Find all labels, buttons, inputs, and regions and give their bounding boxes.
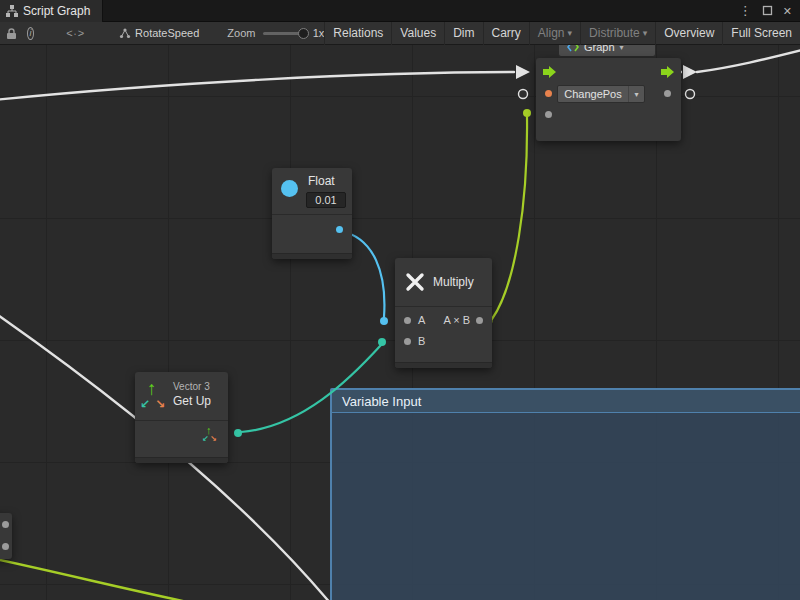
fullscreen-label: Full Screen [731, 26, 792, 40]
unity-script-graph-window: Script Graph ⋮ ✕ i <∙> [0, 0, 800, 600]
value-ring-right[interactable] [686, 90, 695, 99]
graph-canvas[interactable]: Variable Input [0, 45, 800, 600]
wire-flow-out [697, 49, 800, 72]
arrow-down-right-icon: ↘ [155, 397, 165, 411]
window-controls: ⋮ ✕ [739, 0, 800, 22]
values-button[interactable]: Values [391, 22, 444, 45]
chevron-down-icon: ▾ [643, 28, 648, 38]
node-footer [272, 253, 352, 259]
node-float[interactable]: Float [272, 168, 352, 259]
output-label: A × B [443, 314, 470, 326]
distribute-label: Distribute [589, 26, 640, 40]
kebab-menu-icon[interactable]: ⋮ [739, 0, 752, 22]
float-title: Float [308, 174, 335, 188]
chevron-down-icon: ▾ [620, 45, 624, 52]
vector3-icon: ↑ ↙ ↘ [140, 380, 170, 418]
relations-button[interactable]: Relations [324, 22, 391, 45]
maximize-icon[interactable] [762, 5, 773, 16]
vector3-output-port[interactable]: ↑ ↙ ↘ [202, 425, 219, 445]
offscreen-port-bottom[interactable] [2, 543, 9, 550]
tab-label: Script Graph [23, 4, 90, 18]
float-value-field[interactable] [306, 192, 346, 208]
overview-button[interactable]: Overview [655, 22, 722, 45]
multiply-output-port[interactable] [476, 317, 483, 324]
wire-multiply-to-setvar [492, 117, 527, 319]
arrow-down-left-icon: ↙ [202, 434, 209, 443]
carry-label: Carry [492, 26, 521, 40]
zoom-label: Zoom [227, 27, 255, 39]
breadcrumb-label: Graph [584, 45, 615, 53]
zoom-slider-handle[interactable] [298, 28, 309, 39]
multiply-input-b-port[interactable] [404, 338, 411, 345]
chevron-down-icon: ▾ [628, 86, 644, 102]
distribute-button[interactable]: Distribute ▾ [580, 22, 655, 45]
toolbar-buttons: Relations Values Dim Carry Align ▾ Distr… [324, 22, 800, 45]
offscreen-node[interactable] [0, 513, 12, 559]
node-set-variable[interactable]: ChangePos ▾ [536, 58, 681, 141]
info-icon[interactable]: i [27, 27, 34, 40]
flow-input-arrow-icon[interactable] [542, 65, 557, 79]
align-button[interactable]: Align ▾ [529, 22, 580, 45]
chevron-down-icon: ▾ [568, 28, 573, 38]
wire-endpoint-float [380, 317, 388, 325]
zoom-value: 1x [313, 27, 325, 39]
graph-reference[interactable]: RotateSpeed [119, 27, 199, 39]
variable-select[interactable]: ChangePos ▾ [557, 85, 645, 103]
new-value-port[interactable] [545, 111, 552, 118]
zoom-slider[interactable] [263, 32, 306, 35]
toolbar: i <∙> RotateSpeed Zoom 1x Relations Valu… [0, 22, 800, 45]
align-label: Align [538, 26, 565, 40]
value-output-port[interactable] [664, 90, 671, 97]
vector3-type-label: Vector 3 [173, 381, 210, 392]
carry-button[interactable]: Carry [483, 22, 529, 45]
node-get-up[interactable]: ↑ ↙ ↘ Vector 3 Get Up ↑ ↙ ↘ [135, 372, 228, 463]
multiply-title: Multiply [433, 275, 474, 289]
multiply-input-a-port[interactable] [404, 317, 411, 324]
input-b-label: B [418, 335, 425, 347]
variable-input-port[interactable] [545, 90, 552, 97]
script-graph-tab-icon [6, 5, 18, 17]
wire-bottom-left [0, 559, 212, 600]
wire-flow-in [0, 72, 514, 100]
relations-label: Relations [333, 26, 383, 40]
titlebar: Script Graph ⋮ ✕ [0, 0, 800, 22]
float-output-port[interactable] [336, 226, 343, 233]
overview-label: Overview [664, 26, 714, 40]
tab-script-graph[interactable]: Script Graph [0, 0, 103, 22]
flow-output-arrow-icon[interactable] [660, 65, 675, 79]
float-type-icon [281, 180, 298, 197]
wire-endpoint-vector [378, 338, 386, 346]
flow-arrowhead-out [683, 65, 697, 79]
arrow-down-left-icon: ↙ [140, 397, 150, 411]
graph-breadcrumb[interactable]: Graph ▾ [558, 45, 656, 57]
dim-label: Dim [453, 26, 474, 40]
node-multiply[interactable]: Multiply A A × B B [395, 258, 492, 368]
input-a-label: A [418, 314, 425, 326]
arrow-down-right-icon: ↘ [210, 434, 217, 443]
node-footer [395, 362, 492, 368]
close-icon[interactable]: ✕ [783, 0, 792, 22]
dim-button[interactable]: Dim [444, 22, 482, 45]
group-variable-input: Variable Input [330, 388, 800, 600]
script-graph-icon [567, 45, 579, 53]
group-title: Variable Input [342, 394, 421, 409]
graph-name: RotateSpeed [135, 27, 199, 39]
code-view-icon[interactable]: <∙> [66, 22, 85, 45]
lock-icon[interactable] [5, 22, 17, 45]
wire-endpoint-green [523, 109, 531, 117]
get-up-title: Get Up [173, 394, 211, 408]
values-label: Values [400, 26, 436, 40]
multiply-icon [404, 271, 426, 293]
wire-startpoint-vector [234, 429, 242, 437]
node-footer [135, 457, 228, 463]
graph-asset-icon [119, 27, 131, 39]
group-header[interactable]: Variable Input [332, 390, 800, 413]
fullscreen-button[interactable]: Full Screen [722, 22, 800, 45]
value-ring-left[interactable] [519, 90, 528, 99]
variable-name: ChangePos [558, 86, 628, 102]
info-glyph: i [30, 28, 32, 38]
flow-arrowhead-in [516, 65, 530, 79]
offscreen-port-top[interactable] [2, 521, 9, 528]
